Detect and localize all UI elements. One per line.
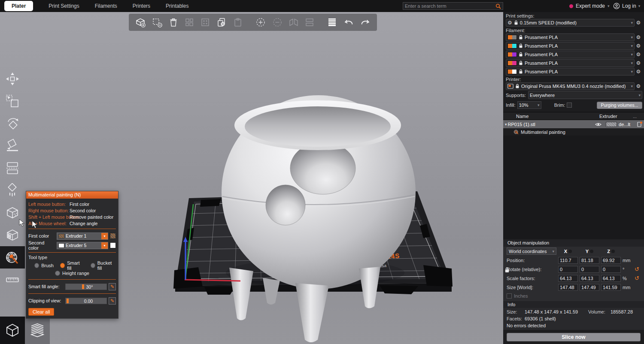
child-name[interactable]: Multimaterial painting bbox=[521, 130, 565, 135]
printer-select[interactable]: Original Prusa MK4S MMU3 0.4 nozzle (mod… bbox=[506, 82, 635, 90]
delete-object-button[interactable] bbox=[152, 17, 163, 28]
slider-handle[interactable] bbox=[67, 299, 69, 303]
clear-all-button[interactable]: Clear all bbox=[28, 308, 54, 316]
object-child-row[interactable]: Multimaterial painting bbox=[503, 128, 644, 136]
infill-select[interactable]: 10% ▾ bbox=[517, 101, 541, 109]
clipping-slider[interactable]: 0.00 bbox=[65, 298, 107, 304]
object-settings-icon[interactable] bbox=[637, 121, 642, 127]
dropdown-arrow-icon[interactable]: ▾ bbox=[101, 233, 108, 239]
slice-now-button[interactable]: Slice now bbox=[507, 333, 641, 341]
variable-layer-height-button[interactable] bbox=[326, 17, 337, 28]
tab-printables[interactable]: Printables bbox=[166, 3, 188, 9]
filament-1-select[interactable]: Prusament PLA ▾ bbox=[506, 33, 635, 41]
bucket-fill-radio[interactable] bbox=[91, 263, 95, 268]
scale-tool-button[interactable] bbox=[0, 90, 25, 112]
preview-view-button[interactable] bbox=[25, 317, 50, 344]
first-color-select[interactable]: Extruder 1 ▾ bbox=[57, 232, 108, 240]
fill-bed-button[interactable] bbox=[200, 17, 210, 28]
editor-view-button[interactable] bbox=[0, 317, 25, 344]
position-z-input[interactable]: 69.92 bbox=[601, 257, 621, 264]
delete-all-button[interactable] bbox=[168, 17, 179, 28]
cut-tool-button[interactable] bbox=[0, 157, 25, 179]
scale-z-input[interactable]: 64.13 bbox=[601, 275, 621, 282]
axis-z-header: Z bbox=[601, 249, 621, 254]
brush-radio[interactable] bbox=[34, 263, 39, 268]
tab-printers[interactable]: Printers bbox=[133, 3, 150, 9]
fuzzy-skin-tool-button[interactable] bbox=[0, 224, 25, 246]
dropdown-arrow-icon[interactable]: ▾ bbox=[101, 242, 108, 249]
scale-y-input[interactable]: 64.13 bbox=[580, 275, 599, 282]
rotate-z-input[interactable]: 0 bbox=[601, 266, 621, 273]
edit-filament-3-button[interactable]: ⚙ bbox=[635, 51, 642, 57]
undo-button[interactable] bbox=[343, 17, 354, 28]
viewport-3d[interactable]: ORIGINAL PRUSA MK4S by Josef Prusa bbox=[0, 12, 503, 344]
rotate-tool-button[interactable] bbox=[0, 112, 25, 135]
copy-button[interactable] bbox=[216, 17, 227, 28]
eye-icon[interactable] bbox=[595, 122, 601, 127]
login-button[interactable]: Log in ▾ bbox=[613, 0, 640, 12]
uniform-scale-lock-icon[interactable] bbox=[504, 267, 510, 273]
extruder-swatch[interactable] bbox=[606, 122, 617, 127]
purging-volumes-button[interactable]: Purging volumes... bbox=[597, 102, 642, 109]
paint-supports-tool-button[interactable] bbox=[0, 179, 25, 202]
rotate-x-input[interactable]: 0 bbox=[558, 266, 578, 273]
scale-x-input[interactable]: 64.13 bbox=[558, 275, 578, 282]
size-y-input[interactable]: 147.49 bbox=[580, 284, 599, 291]
reset-scale-button[interactable]: ↺ bbox=[635, 275, 641, 281]
edit-angle-button[interactable]: ✎ bbox=[109, 283, 116, 290]
filament-2-select[interactable]: Prusament PLA ▾ bbox=[506, 42, 635, 50]
paste-button[interactable] bbox=[233, 17, 243, 28]
edit-print-settings-button[interactable]: ⚙ bbox=[635, 20, 642, 26]
add-object-button[interactable] bbox=[135, 17, 146, 28]
expert-mode-selector[interactable]: Expert mode ▾ bbox=[569, 0, 610, 12]
position-x-input[interactable]: 110.7 bbox=[558, 257, 578, 264]
tab-plater[interactable]: Plater bbox=[4, 1, 33, 11]
model-object[interactable] bbox=[222, 95, 416, 342]
search-input[interactable]: Enter a search term bbox=[403, 2, 503, 10]
filament-3-select[interactable]: Prusament PLA ▾ bbox=[506, 51, 635, 58]
tab-filaments[interactable]: Filaments bbox=[95, 3, 117, 9]
filament-4-select[interactable]: Prusament PLA ▾ bbox=[506, 59, 635, 67]
split-parts-button[interactable] bbox=[304, 17, 315, 28]
place-on-face-tool-button[interactable] bbox=[0, 135, 25, 157]
collapse-icon[interactable]: ▾ bbox=[505, 122, 507, 127]
inches-checkbox[interactable] bbox=[507, 293, 512, 299]
filament-3-name: Prusament PLA bbox=[525, 52, 629, 57]
size-z-input[interactable]: 141.59 bbox=[601, 284, 621, 291]
supports-select[interactable]: Everywhere ▾ bbox=[528, 91, 642, 99]
search-icon[interactable] bbox=[495, 3, 501, 9]
remove-instance-button[interactable] bbox=[272, 17, 283, 28]
reset-rotation-button[interactable]: ↺ bbox=[635, 266, 641, 272]
coordinates-select[interactable]: World coordinates ▾ bbox=[507, 247, 556, 255]
edit-filament-5-button[interactable]: ⚙ bbox=[635, 69, 642, 75]
edit-clipping-button[interactable]: ✎ bbox=[109, 297, 116, 305]
multimaterial-painting-tool-button[interactable] bbox=[0, 246, 25, 269]
position-y-input[interactable]: 81.18 bbox=[580, 257, 599, 264]
print-settings-select[interactable]: ⚙ 0.15mm SPEED (modified) ▾ bbox=[506, 19, 635, 27]
split-objects-button[interactable] bbox=[289, 17, 299, 28]
slider-handle[interactable] bbox=[82, 284, 84, 289]
seam-painting-tool-button[interactable] bbox=[0, 202, 25, 224]
object-row[interactable]: ▾ RP015 (1).stl de...lt bbox=[503, 120, 644, 128]
filament-5-select[interactable]: Prusament PLA ▾ bbox=[506, 68, 635, 75]
size-x-input[interactable]: 147.48 bbox=[558, 284, 578, 291]
brim-checkbox[interactable] bbox=[567, 103, 572, 108]
edit-filament-1-button[interactable]: ⚙ bbox=[635, 34, 642, 40]
edit-filament-2-button[interactable]: ⚙ bbox=[635, 43, 642, 49]
tab-print-settings[interactable]: Print Settings bbox=[49, 3, 79, 9]
rotate-y-input[interactable]: 0 bbox=[580, 266, 599, 273]
move-tool-button[interactable] bbox=[0, 68, 25, 90]
smart-fill-radio[interactable] bbox=[60, 263, 65, 268]
arrange-button[interactable] bbox=[184, 17, 194, 28]
more-column-header[interactable]: ... bbox=[633, 114, 644, 119]
edit-printer-button[interactable]: ⚙ bbox=[635, 83, 642, 89]
redo-button[interactable] bbox=[360, 17, 371, 28]
object-name[interactable]: RP015 (1).stl bbox=[508, 122, 595, 127]
edit-filament-4-button[interactable]: ⚙ bbox=[635, 60, 642, 66]
smart-fill-angle-slider[interactable]: 30° bbox=[65, 284, 107, 290]
extruder-value[interactable]: de...lt bbox=[619, 122, 630, 127]
add-instance-button[interactable] bbox=[255, 17, 266, 28]
measure-tool-button[interactable] bbox=[0, 269, 25, 291]
second-color-select[interactable]: Extruder 5 ▾ bbox=[57, 242, 108, 249]
height-range-radio[interactable] bbox=[55, 271, 60, 276]
